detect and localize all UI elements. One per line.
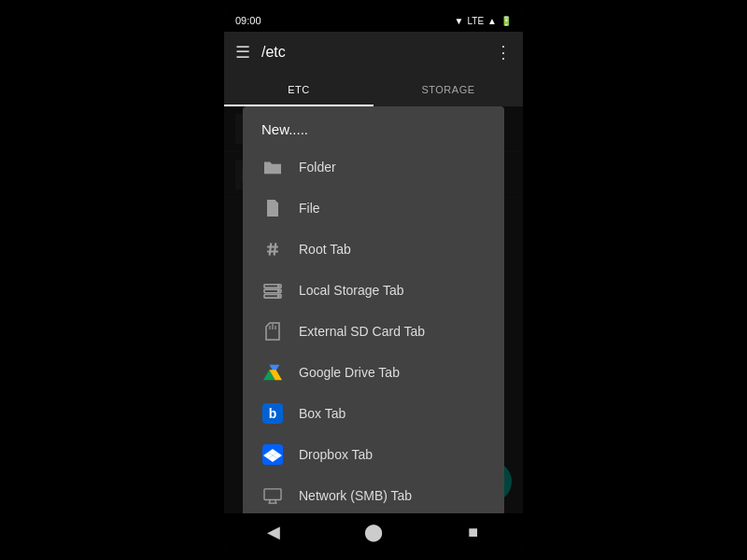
- menu-item-label: Network (SMB) Tab: [299, 488, 412, 503]
- content-area: event_log_tags 01 Jan 09 08:00:00 24.22K…: [224, 106, 523, 513]
- menu-item-label: External SD Card Tab: [299, 324, 425, 339]
- signal-icon: ▲: [487, 16, 497, 26]
- gdrive-icon: [261, 361, 284, 384]
- menu-item-network-smb-tab[interactable]: Network (SMB) Tab: [243, 475, 504, 513]
- dropdown-modal: New..... Folder File: [243, 106, 504, 513]
- sdcard-icon: [261, 320, 284, 343]
- menu-item-external-sd-card-tab[interactable]: External SD Card Tab: [243, 311, 504, 352]
- svg-point-7: [278, 286, 279, 287]
- dropdown-title: New.....: [243, 106, 504, 147]
- bottom-nav: ◀ ⬤ ■: [224, 513, 523, 551]
- menu-item-file[interactable]: File: [243, 188, 504, 229]
- svg-line-3: [275, 243, 276, 255]
- home-button[interactable]: ⬤: [355, 513, 392, 551]
- battery-icon: 🔋: [500, 16, 512, 26]
- network-icon: [261, 484, 284, 507]
- phone-container: 09:00 ▼ LTE ▲ 🔋 ☰ /etc ⋮ ETC STORAGE eve…: [224, 9, 523, 551]
- menu-item-folder[interactable]: Folder: [243, 147, 504, 188]
- box-icon: b: [261, 402, 284, 425]
- svg-point-8: [278, 290, 279, 291]
- folder-icon: [261, 156, 284, 178]
- page-title: /etc: [261, 44, 484, 61]
- status-time: 09:00: [235, 15, 261, 26]
- hamburger-icon[interactable]: ☰: [235, 42, 250, 63]
- menu-item-box-tab[interactable]: b Box Tab: [243, 393, 504, 434]
- top-bar: ☰ /etc ⋮: [224, 32, 523, 73]
- file-icon: [261, 197, 284, 219]
- hash-icon: [261, 238, 284, 260]
- tabs-bar: ETC STORAGE: [224, 73, 523, 106]
- svg-rect-24: [264, 489, 281, 500]
- menu-item-label: Local Storage Tab: [299, 283, 404, 298]
- svg-text:b: b: [269, 406, 277, 421]
- menu-item-label: Box Tab: [299, 406, 345, 421]
- menu-item-dropbox-tab[interactable]: Dropbox Tab: [243, 434, 504, 475]
- storage-icon: [261, 279, 284, 301]
- lte-icon: LTE: [467, 16, 484, 26]
- svg-line-2: [270, 243, 272, 255]
- menu-item-google-drive-tab[interactable]: Google Drive Tab: [243, 352, 504, 393]
- menu-item-label: File: [299, 201, 320, 216]
- back-button[interactable]: ◀: [255, 513, 292, 551]
- tab-storage[interactable]: STORAGE: [374, 73, 523, 106]
- menu-item-label: Dropbox Tab: [299, 447, 373, 462]
- status-icons: ▼ LTE ▲ 🔋: [455, 16, 512, 26]
- menu-item-root-tab[interactable]: Root Tab: [243, 229, 504, 270]
- status-bar: 09:00 ▼ LTE ▲ 🔋: [224, 9, 523, 32]
- more-icon[interactable]: ⋮: [495, 42, 512, 63]
- recent-button[interactable]: ■: [455, 513, 492, 551]
- menu-item-local-storage-tab[interactable]: Local Storage Tab: [243, 270, 504, 311]
- menu-item-label: Root Tab: [299, 242, 351, 257]
- menu-item-label: Google Drive Tab: [299, 365, 400, 380]
- svg-point-9: [278, 296, 279, 297]
- menu-item-label: Folder: [299, 160, 336, 175]
- dropbox-icon: [261, 443, 284, 466]
- tab-etc[interactable]: ETC: [224, 73, 374, 106]
- wifi-icon: ▼: [455, 16, 464, 26]
